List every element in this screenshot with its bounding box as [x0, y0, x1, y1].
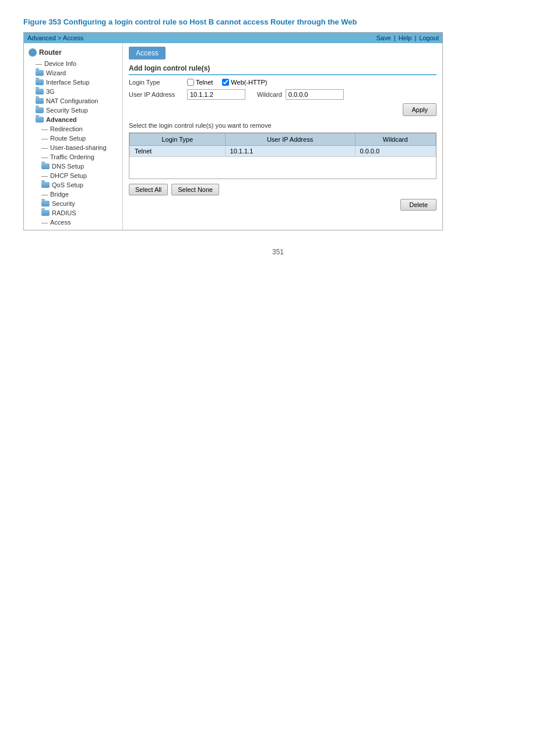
router-icon	[29, 48, 37, 57]
sidebar-item-nat[interactable]: NAT Configuration	[24, 96, 122, 106]
sidebar-item-dns-setup[interactable]: DNS Setup	[24, 162, 122, 171]
col-user-ip: User IP Address	[225, 134, 355, 146]
router-label: Router	[39, 48, 62, 57]
tab-access[interactable]: Access	[129, 47, 166, 60]
sidebar-item-dhcp-setup[interactable]: — DHCP Setup	[24, 171, 122, 180]
web-label: Web(-HTTP)	[231, 79, 267, 86]
logout-link[interactable]: Logout	[419, 34, 439, 41]
checkbox-group: Telnet Web(-HTTP)	[187, 79, 268, 86]
folder-icon	[36, 70, 44, 76]
sidebar-item-bridge[interactable]: — Bridge	[24, 190, 122, 199]
user-ip-input[interactable]	[187, 89, 245, 100]
delete-row: Delete	[129, 199, 437, 211]
folder-icon	[36, 98, 44, 104]
cell-user-ip: 10.1.1.1	[225, 146, 355, 157]
figure-title: Figure 353 Configuring a login control r…	[23, 18, 533, 26]
sidebar-item-security-setup[interactable]: Security Setup	[24, 106, 122, 115]
sidebar-item-traffic-ordering[interactable]: — Traffic Ordering	[24, 152, 122, 162]
web-checkbox[interactable]	[222, 79, 229, 86]
top-bar-links: Save | Help | Logout	[376, 34, 439, 41]
col-login-type: Login Type	[130, 134, 226, 146]
sidebar-item-3g[interactable]: 3G	[24, 87, 122, 96]
table-row[interactable]: Telnet 10.1.1.1 0.0.0.0	[130, 146, 436, 157]
router-ui: Advanced > Access Save | Help | Logout R…	[23, 32, 443, 230]
help-link[interactable]: Help	[399, 34, 412, 41]
folder-icon	[36, 89, 44, 94]
folder-icon	[36, 107, 44, 113]
login-type-row: Login Type Telnet Web(-HTTP)	[129, 79, 437, 86]
sidebar-item-advanced[interactable]: Advanced	[24, 115, 122, 124]
telnet-label: Telnet	[196, 79, 213, 86]
sidebar-item-security[interactable]: Security	[24, 199, 122, 208]
select-none-button[interactable]: Select None	[171, 184, 219, 195]
user-ip-label: User IP Address	[129, 91, 187, 98]
folder-icon	[41, 163, 50, 169]
page-number: 351	[23, 248, 533, 256]
sidebar-item-wizard[interactable]: Wizard	[24, 68, 122, 78]
telnet-checkbox-item: Telnet	[187, 79, 213, 86]
top-bar: Advanced > Access Save | Help | Logout	[24, 33, 442, 43]
wildcard-label: Wildcard	[257, 91, 282, 98]
sidebar-item-radius[interactable]: RADIUS	[24, 208, 122, 218]
folder-icon	[36, 117, 44, 123]
sidebar-router: Router	[24, 46, 122, 59]
sidebar-item-interface-setup[interactable]: Interface Setup	[24, 78, 122, 87]
web-checkbox-item: Web(-HTTP)	[222, 79, 267, 86]
sidebar-item-device-info[interactable]: — Device Info	[24, 59, 122, 68]
apply-button[interactable]: Apply	[403, 103, 437, 116]
cell-wildcard: 0.0.0.0	[355, 146, 436, 157]
save-link[interactable]: Save	[376, 34, 391, 41]
sidebar-item-qos-setup[interactable]: QoS Setup	[24, 180, 122, 190]
col-wildcard: Wildcard	[355, 134, 436, 146]
rules-table: Login Type User IP Address Wildcard Teln…	[129, 133, 436, 157]
select-all-button[interactable]: Select All	[129, 184, 168, 195]
sidebar: Router — Device Info Wizard Interface Se…	[24, 43, 123, 230]
delete-button[interactable]: Delete	[400, 199, 437, 211]
folder-icon	[36, 79, 44, 85]
folder-icon	[41, 210, 50, 216]
sidebar-item-route-setup[interactable]: — Route Setup	[24, 134, 122, 143]
select-btn-group: Select All Select None	[129, 184, 219, 195]
folder-icon	[41, 182, 50, 188]
apply-row: Apply	[129, 103, 437, 116]
rules-table-container: Login Type User IP Address Wildcard Teln…	[129, 132, 437, 179]
btn-row: Select All Select None	[129, 184, 437, 195]
sidebar-item-access[interactable]: — Access	[24, 218, 122, 227]
content-area: Access Add login control rule(s) Login T…	[123, 43, 442, 230]
sidebar-item-redirection[interactable]: — Redirection	[24, 124, 122, 134]
folder-icon	[41, 201, 50, 206]
breadcrumb: Advanced > Access	[27, 34, 83, 41]
user-ip-row: User IP Address Wildcard	[129, 89, 437, 100]
telnet-checkbox[interactable]	[187, 79, 194, 86]
add-section-title: Add login control rule(s)	[129, 64, 437, 75]
remove-section-title: Select the login control rule(s) you wan…	[129, 122, 437, 129]
sidebar-item-user-based-sharing[interactable]: — User-based-sharing	[24, 143, 122, 152]
cell-login-type: Telnet	[130, 146, 226, 157]
login-type-label: Login Type	[129, 79, 187, 86]
wildcard-input[interactable]	[286, 89, 344, 100]
